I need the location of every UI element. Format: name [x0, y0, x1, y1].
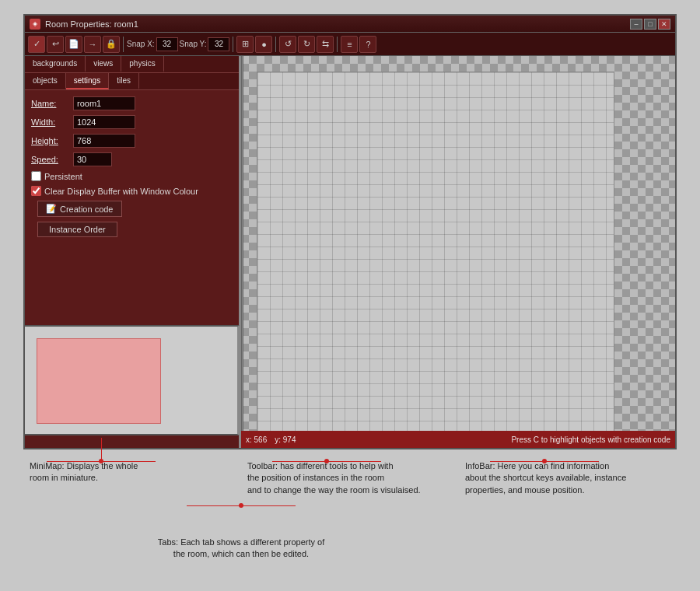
instance-order-button[interactable]: Instance Order: [37, 222, 117, 237]
tab-objects[interactable]: objects: [25, 73, 66, 89]
toolbar-annotation: Toolbar: has different tools to help wit…: [241, 460, 459, 496]
confirm-button[interactable]: ✓: [28, 36, 45, 53]
minimap-room-rect: [37, 338, 161, 424]
snap-y-group: Snap Y:: [180, 37, 230, 51]
grid-button[interactable]: ⊞: [236, 36, 254, 53]
new-button[interactable]: 📄: [65, 36, 82, 53]
tab-tiles[interactable]: tiles: [109, 73, 139, 89]
x-label: x: 566: [246, 435, 267, 444]
tabs-row-2: objects settings tiles: [25, 73, 239, 90]
room-canvas[interactable]: x: 566 y: 974 Press C to highlight objec…: [241, 56, 675, 448]
height-input[interactable]: [73, 134, 135, 148]
height-label: Height:: [31, 136, 70, 145]
snap-x-label: Snap X:: [127, 40, 155, 48]
name-label: Name:: [31, 99, 70, 108]
tab-backgrounds[interactable]: backgrounds: [25, 56, 86, 72]
tabs-annotation-text: Tabs: Each tab shows a different propert…: [158, 537, 324, 558]
persistent-checkbox[interactable]: [31, 171, 41, 181]
creation-code-icon: 📝: [46, 204, 57, 214]
tab-settings[interactable]: settings: [66, 73, 109, 89]
persistent-row: Persistent: [31, 171, 233, 181]
separator-3: [275, 37, 276, 52]
infobar-annotation-text: InfoBar: Here you can find informationab…: [465, 461, 626, 495]
panel-divider[interactable]: [241, 56, 243, 431]
window-controls: – □ ✕: [630, 19, 670, 30]
speed-row: Speed:: [31, 152, 233, 166]
flip-button[interactable]: ⇆: [317, 36, 334, 53]
snap-x-input[interactable]: [156, 37, 178, 51]
annotations-area: MiniMap: Displays the wholeroom in minia…: [23, 460, 677, 496]
creation-code-label: Creation code: [60, 205, 114, 214]
status-bar: x: 566 y: 974 Press C to highlight objec…: [241, 431, 675, 448]
annotation-line-minimap: [101, 438, 102, 461]
dot-button[interactable]: ●: [255, 36, 272, 53]
y-label: y: 974: [275, 435, 296, 444]
separator-1: [123, 37, 124, 52]
minimap-annotation-text: MiniMap: Displays the wholeroom in minia…: [30, 461, 138, 482]
name-input[interactable]: [73, 96, 135, 110]
instance-order-label: Instance Order: [49, 225, 106, 234]
width-row: Width:: [31, 115, 233, 129]
rotate-right-button[interactable]: ↻: [298, 36, 315, 53]
maximize-button[interactable]: □: [644, 19, 656, 30]
snap-x-group: Snap X:: [127, 37, 178, 51]
snap-y-label: Snap Y:: [180, 40, 207, 48]
creation-code-button[interactable]: 📝 Creation code: [37, 201, 122, 217]
minimap-panel: [23, 325, 240, 435]
tabs-annotation: Tabs: Each tab shows a different propert…: [140, 537, 342, 561]
name-row: Name:: [31, 96, 233, 110]
title-bar: ◈ Room Properties: room1 – □ ✕: [25, 16, 675, 33]
toolbar: ✓ ↩ 📄 → 🔒 Snap X: Snap Y: ⊞ ● ↺ ↻ ⇆ ≡ ?: [25, 33, 675, 56]
tab-views[interactable]: views: [86, 56, 121, 72]
separator-2: [233, 37, 233, 52]
window-icon: ◈: [30, 19, 40, 30]
separator-4: [337, 37, 338, 52]
clear-display-checkbox[interactable]: [31, 186, 41, 196]
infobar-annotation: InfoBar: Here you can find informationab…: [459, 460, 677, 496]
window-title: Room Properties: room1: [45, 19, 630, 29]
help-button[interactable]: ?: [359, 36, 376, 53]
clear-display-label: Clear Display Buffer with Window Colour: [44, 187, 198, 196]
speed-input[interactable]: [73, 152, 112, 166]
persistent-label: Persistent: [44, 172, 82, 181]
minimize-button[interactable]: –: [630, 19, 642, 30]
form-area: Name: Width: Height: Speed: Pers: [25, 90, 239, 243]
width-input[interactable]: [73, 115, 135, 129]
lock-button[interactable]: 🔒: [103, 36, 120, 53]
list-button[interactable]: ≡: [341, 36, 358, 53]
tab-physics[interactable]: physics: [121, 56, 163, 72]
speed-label: Speed:: [31, 155, 70, 164]
height-row: Height:: [31, 134, 233, 148]
room-grid: [257, 72, 614, 437]
clear-display-row: Clear Display Buffer with Window Colour: [31, 186, 233, 196]
redo-button[interactable]: →: [84, 36, 101, 53]
tabs-row-1: backgrounds views physics: [25, 56, 239, 73]
minimap-annotation: MiniMap: Displays the wholeroom in minia…: [23, 460, 241, 496]
undo-button[interactable]: ↩: [47, 36, 64, 53]
rotate-left-button[interactable]: ↺: [279, 36, 296, 53]
toolbar-annotation-text: Toolbar: has different tools to help wit…: [247, 461, 421, 495]
dot-tabs: [239, 503, 243, 508]
status-message: Press C to highlight objects with creati…: [304, 435, 671, 444]
snap-y-input[interactable]: [208, 37, 229, 51]
width-label: Width:: [31, 117, 70, 127]
close-button[interactable]: ✕: [658, 19, 670, 30]
